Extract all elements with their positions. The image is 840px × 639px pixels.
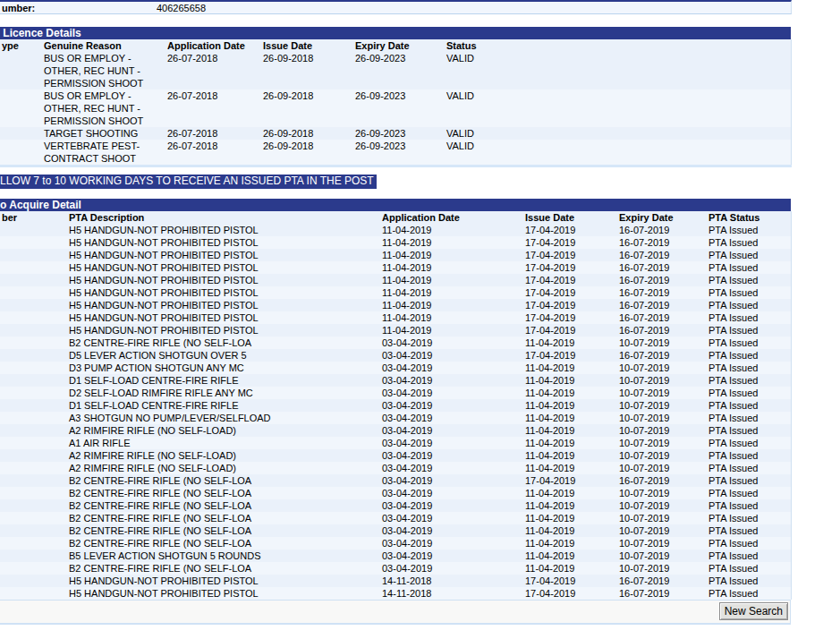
table-cell: PTA Issued: [707, 512, 791, 524]
table-cell: 10-07-2019: [617, 337, 707, 349]
table-cell: 16-07-2019: [617, 249, 707, 261]
table-cell: 11-04-2019: [523, 437, 617, 449]
table-cell: 17-04-2019: [523, 261, 617, 274]
licence-details-header: Licence Details: [0, 27, 791, 39]
table-cell: A2 RIMFIRE RIFLE (NO SELF-LOAD): [67, 462, 380, 474]
table-cell: [0, 437, 67, 449]
table-cell: H5 HANDGUN-NOT PROHIBITED PISTOL: [67, 299, 380, 311]
table-cell: 10-07-2019: [617, 499, 707, 512]
table-cell: H5 HANDGUN-NOT PROHIBITED PISTOL: [67, 249, 380, 261]
table-cell: [0, 52, 42, 89]
col-licence-type: ype: [0, 39, 42, 52]
licence-details-title: Licence Details: [3, 27, 81, 39]
table-row: BUS OR EMPLOY - OTHER, REC HUNT - PERMIS…: [0, 52, 791, 89]
table-cell: 16-07-2019: [617, 299, 707, 311]
table-cell: A1 AIR RIFLE: [67, 437, 380, 449]
col-issue-date: Issue Date: [261, 39, 353, 52]
table-cell: D5 LEVER ACTION SHOTGUN OVER 5: [67, 349, 380, 362]
table-cell: 03-04-2019: [380, 424, 523, 437]
table-cell: 16-07-2019: [617, 587, 707, 600]
table-cell: 03-04-2019: [380, 387, 523, 399]
table-cell: 17-04-2019: [523, 587, 617, 600]
table-cell: PTA Issued: [707, 224, 791, 236]
table-cell: 17-04-2019: [523, 249, 617, 261]
table-cell: 10-07-2019: [617, 562, 707, 575]
table-cell: H5 HANDGUN-NOT PROHIBITED PISTOL: [67, 286, 380, 299]
table-cell: VALID: [445, 89, 791, 127]
table-cell: TARGET SHOOTING: [42, 127, 165, 140]
table-cell: [0, 562, 67, 575]
table-row: A2 RIMFIRE RIFLE (NO SELF-LOAD)03-04-201…: [0, 449, 791, 462]
table-cell: 16-07-2019: [617, 274, 707, 286]
table-cell: 11-04-2019: [523, 524, 617, 537]
pta-post-notice: LLOW 7 to 10 WORKING DAYS TO RECEIVE AN …: [0, 175, 377, 189]
table-cell: 26-07-2018: [165, 140, 261, 166]
table-cell: D1 SELF-LOAD CENTRE-FIRE RIFLE: [67, 374, 380, 387]
table-cell: B2 CENTRE-FIRE RIFLE (NO SELF-LOA: [67, 512, 380, 524]
table-cell: 10-07-2019: [617, 537, 707, 550]
table-cell: PTA Issued: [707, 437, 791, 449]
table-cell: 11-04-2019: [380, 274, 523, 286]
table-cell: D2 SELF-LOAD RIMFIRE RIFLE ANY MC: [67, 387, 380, 399]
table-cell: 16-07-2019: [617, 349, 707, 362]
table-cell: PTA Issued: [707, 587, 791, 600]
table-cell: PTA Issued: [707, 249, 791, 261]
table-cell: 16-07-2019: [617, 236, 707, 249]
col-pta-status: PTA Status: [707, 211, 791, 224]
table-cell: [0, 299, 67, 311]
table-row: D3 PUMP ACTION SHOTGUN ANY MC03-04-20191…: [0, 362, 791, 374]
pta-detail-table: ber PTA Description Application Date Iss…: [0, 211, 792, 600]
table-cell: 03-04-2019: [380, 462, 523, 474]
table-cell: 11-04-2019: [380, 324, 523, 337]
licence-number-value: 406265658: [157, 3, 206, 13]
table-cell: [0, 387, 67, 399]
table-cell: H5 HANDGUN-NOT PROHIBITED PISTOL: [67, 587, 380, 600]
table-cell: B5 LEVER ACTION SHOTGUN 5 ROUNDS: [67, 550, 380, 562]
table-cell: 16-07-2019: [617, 474, 707, 487]
table-cell: 10-07-2019: [617, 449, 707, 462]
table-cell: [0, 140, 42, 166]
table-cell: PTA Issued: [707, 324, 791, 337]
table-cell: 11-04-2019: [380, 224, 523, 236]
table-cell: [0, 249, 67, 261]
table-cell: 10-07-2019: [617, 362, 707, 374]
table-cell: VALID: [445, 140, 791, 166]
table-cell: [0, 424, 67, 437]
table-cell: 11-04-2019: [523, 550, 617, 562]
table-cell: PTA Issued: [707, 299, 791, 311]
table-cell: 03-04-2019: [380, 362, 523, 374]
pta-table-footer: New Search: [0, 600, 791, 625]
table-cell: 16-07-2019: [617, 286, 707, 299]
table-cell: [0, 499, 67, 512]
col-genuine-reason: Genuine Reason: [42, 39, 165, 52]
table-cell: 10-07-2019: [617, 399, 707, 412]
table-cell: 26-09-2018: [261, 140, 353, 166]
table-cell: 16-07-2019: [617, 224, 707, 236]
table-cell: 17-04-2019: [523, 299, 617, 311]
table-cell: H5 HANDGUN-NOT PROHIBITED PISTOL: [67, 274, 380, 286]
table-cell: VALID: [445, 127, 791, 140]
table-row: H5 HANDGUN-NOT PROHIBITED PISTOL11-04-20…: [0, 311, 791, 324]
table-cell: 16-07-2019: [617, 324, 707, 337]
table-cell: 10-07-2019: [617, 462, 707, 474]
table-cell: B2 CENTRE-FIRE RIFLE (NO SELF-LOA: [67, 487, 380, 499]
table-cell: [0, 537, 67, 550]
col-application-date: Application Date: [165, 39, 261, 52]
table-row: H5 HANDGUN-NOT PROHIBITED PISTOL14-11-20…: [0, 587, 791, 600]
table-cell: PTA Issued: [707, 424, 791, 437]
table-cell: 16-07-2019: [617, 311, 707, 324]
table-cell: B2 CENTRE-FIRE RIFLE (NO SELF-LOA: [67, 537, 380, 550]
col-status: Status: [445, 39, 791, 52]
table-cell: [0, 337, 67, 349]
table-cell: 11-04-2019: [523, 387, 617, 399]
table-cell: 26-09-2018: [261, 127, 353, 140]
table-cell: PTA Issued: [707, 261, 791, 274]
table-row: B2 CENTRE-FIRE RIFLE (NO SELF-LOA03-04-2…: [0, 474, 791, 487]
table-cell: 17-04-2019: [523, 474, 617, 487]
table-cell: [0, 412, 67, 424]
table-row: B2 CENTRE-FIRE RIFLE (NO SELF-LOA03-04-2…: [0, 562, 791, 575]
table-cell: 17-04-2019: [523, 575, 617, 587]
table-cell: H5 HANDGUN-NOT PROHIBITED PISTOL: [67, 236, 380, 249]
table-row: B2 CENTRE-FIRE RIFLE (NO SELF-LOA03-04-2…: [0, 499, 791, 512]
new-search-button[interactable]: New Search: [719, 602, 788, 620]
